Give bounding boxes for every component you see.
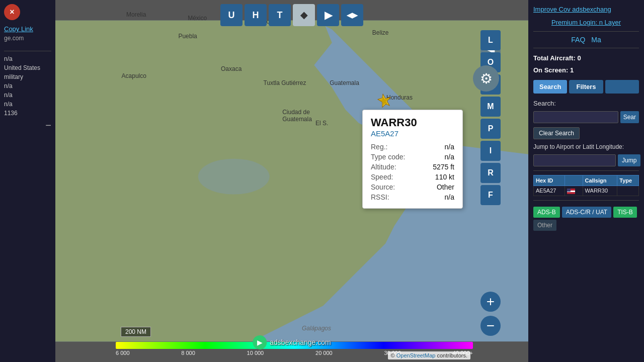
toolbar-h-button[interactable]: H: [245, 4, 267, 26]
next-arrow-button[interactable]: ▶: [317, 4, 339, 26]
panel-divider-3: [533, 170, 639, 171]
adsb-b-button[interactable]: ADS-B: [533, 207, 560, 218]
adsb-buttons: ADS-B ADS-C/R / UAT TIS-B Other: [533, 207, 639, 231]
nav-p-button[interactable]: P: [480, 119, 501, 139]
zoom-out-button[interactable]: −: [480, 316, 501, 336]
rssi-label: RSSI:: [371, 192, 421, 202]
zoom-in-button[interactable]: +: [480, 292, 501, 312]
double-arrow-button[interactable]: ◀▶: [341, 4, 363, 26]
info-row-1: n/a: [4, 55, 51, 62]
nav-l-button[interactable]: L: [480, 30, 501, 50]
search-button[interactable]: Sear: [620, 111, 639, 123]
attribution-text: contributors.: [437, 352, 467, 358]
extra-tab[interactable]: [605, 80, 639, 94]
panel-divider-2: [533, 48, 639, 48]
divider: [4, 51, 51, 51]
search-row: Sear: [533, 111, 639, 123]
info-row-2: United States: [4, 64, 51, 71]
right-panel: Improve Cov adsbexchang Premium Login: n…: [528, 0, 644, 362]
aircraft-callsign: WARR30: [371, 116, 454, 129]
alt-label-20000: 20 000: [315, 350, 333, 356]
cell-callsign: WARR30: [583, 186, 617, 196]
info-row-6: n/a: [4, 101, 51, 108]
info-row-3: military: [4, 73, 51, 80]
col-hexid[interactable]: Hex ID: [534, 175, 565, 186]
copy-link-button[interactable]: Copy Link: [4, 25, 51, 33]
openstreetmap-link[interactable]: OpenStreetMap: [396, 352, 436, 358]
speed-label: Speed:: [371, 172, 421, 182]
info-row-7: 1136: [4, 110, 51, 117]
toolbar-u-button[interactable]: U: [220, 4, 243, 26]
other-button[interactable]: Other: [533, 220, 556, 231]
info-row-4: n/a: [4, 82, 51, 89]
nav-m-button[interactable]: M: [480, 97, 501, 117]
attribution-symbol: ©: [391, 352, 395, 358]
adsb-logo-icon: ▶: [253, 335, 267, 349]
search-input[interactable]: [533, 111, 618, 123]
faq-link[interactable]: FAQ: [571, 36, 585, 44]
svg-point-1: [198, 159, 270, 195]
settings-button[interactable]: ⚙: [473, 65, 499, 92]
total-aircraft-row: Total Aircraft: 0: [533, 52, 639, 64]
adsb-logo: ▶ adsbexchange.com: [253, 335, 331, 349]
left-sidebar: × Copy Link ge.com n/a United States mil…: [0, 0, 55, 362]
jump-row: Jump: [533, 154, 639, 166]
adsb-logo-text: adsbexchange.com: [270, 338, 331, 346]
source-label: Source:: [371, 182, 421, 192]
reg-value: n/a: [421, 142, 454, 152]
search-tab[interactable]: Search: [533, 80, 567, 94]
table-row[interactable]: AE5A27 WARR30: [534, 186, 639, 196]
improve-coverage-link[interactable]: Improve Cov adsbexchang: [533, 5, 639, 14]
clear-search-button[interactable]: Clear Search: [533, 127, 580, 139]
map-link[interactable]: Ma: [591, 36, 601, 44]
alt-value: 5275 ft: [421, 162, 454, 172]
faq-map-row: FAQ Ma: [533, 36, 639, 44]
stats-section: Total Aircraft: 0 On Screen: 1: [533, 52, 639, 76]
panel-divider-4: [533, 200, 639, 201]
layers-button[interactable]: ◆: [293, 4, 315, 26]
premium-login-link[interactable]: Premium Login: n Layer: [533, 18, 639, 27]
alt-label-6000: 6 000: [116, 350, 130, 356]
search-label: Search:: [533, 100, 639, 107]
nav-f-button[interactable]: F: [480, 185, 501, 205]
type-value: n/a: [421, 152, 454, 162]
source-value: Other: [421, 182, 454, 192]
map-area[interactable]: Morelia México Veracruz Puebla Oaxaca Ac…: [55, 0, 528, 362]
top-toolbar: U H T ◆ ▶ ◀▶: [220, 4, 363, 26]
toolbar-t-button[interactable]: T: [269, 4, 291, 26]
rssi-value: n/a: [421, 192, 454, 202]
info-row-5: n/a: [4, 92, 51, 99]
adsb-c-button[interactable]: ADS-C/R / UAT: [562, 207, 611, 218]
cell-flag: [565, 186, 583, 196]
tisb-button[interactable]: TIS-B: [613, 207, 637, 218]
reg-label: Reg.:: [371, 142, 421, 152]
aircraft-table: Hex ID Callsign Type AE5A27 WARR30: [533, 175, 639, 196]
close-button[interactable]: ×: [4, 4, 20, 20]
jump-button[interactable]: Jump: [618, 154, 640, 166]
jump-label: Jump to Airport or Latit Longitude:: [533, 143, 639, 150]
cell-type: [617, 186, 639, 196]
tab-row: Search Filters: [533, 80, 639, 94]
galapagos-label: Galápagos: [302, 325, 331, 332]
alt-label-10000: 10 000: [247, 350, 264, 356]
alt-label: Altitude:: [371, 162, 421, 172]
aircraft-popup: WARR30 AE5A27 Reg.:n/a Type code:n/a Alt…: [362, 110, 463, 209]
attribution: © OpenStreetMap contributors.: [388, 351, 470, 359]
domain-label: ge.com: [4, 35, 51, 42]
scale-indicator: 200 NM: [121, 327, 151, 337]
aircraft-hex: AE5A27: [371, 129, 454, 138]
right-nav: L O K M P I R F: [480, 30, 501, 205]
col-callsign[interactable]: Callsign: [583, 175, 617, 186]
filters-tab[interactable]: Filters: [569, 80, 603, 94]
nav-r-button[interactable]: R: [480, 163, 501, 183]
minus-button[interactable]: −: [4, 120, 51, 131]
col-type[interactable]: Type: [617, 175, 639, 186]
panel-divider-1: [533, 31, 639, 32]
jump-input[interactable]: [533, 154, 616, 166]
col-flag: [565, 175, 583, 186]
alt-label-8000: 8 000: [181, 350, 195, 356]
nav-i-button[interactable]: I: [480, 141, 501, 161]
us-flag-icon: [567, 189, 575, 194]
on-screen-row: On Screen: 1: [533, 64, 639, 76]
speed-value: 110 kt: [421, 172, 454, 182]
